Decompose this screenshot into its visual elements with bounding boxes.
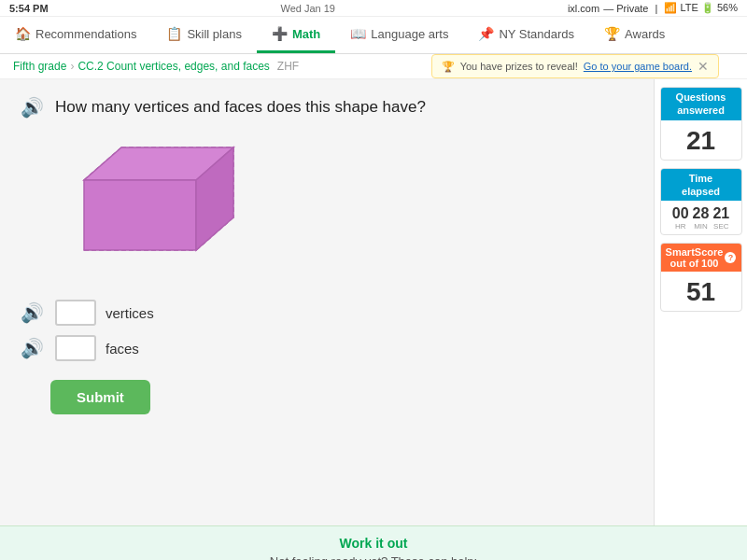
tab-language-arts[interactable]: 📖 Language arts [335, 17, 463, 53]
time-sec-cell: 21 SEC [712, 204, 729, 231]
status-url: ixl.com [568, 3, 599, 14]
question-text: How many vertices and faces does this sh… [55, 98, 426, 117]
question-audio-button[interactable]: 🔊 [19, 94, 46, 120]
faces-input[interactable] [55, 335, 96, 361]
status-privacy: — Private [603, 3, 648, 14]
status-battery: 📶 LTE 🔋 56% [664, 2, 738, 14]
questions-answered-header: Questions answered [661, 88, 741, 120]
prize-link[interactable]: Go to your game board. [584, 61, 692, 72]
time-min-value: 28 [693, 204, 710, 222]
status-bar: 5:54 PM Wed Jan 19 ixl.com — Private | 📶… [0, 0, 747, 17]
work-it-out-title: Work it out [19, 536, 728, 551]
skill-plans-icon: 📋 [166, 26, 182, 41]
breadcrumb-sep: › [70, 60, 74, 73]
not-ready-text: Not feeling ready yet? These can help: [19, 554, 728, 560]
breadcrumb-skill[interactable]: CC.2 Count vertices, edges, and faces [78, 60, 269, 73]
shape-container [47, 133, 635, 283]
time-sec-value: 21 [712, 204, 729, 222]
tab-math[interactable]: ➕ Math [257, 17, 335, 53]
smart-score-header: SmartScore out of 100 ? [661, 244, 741, 272]
smart-score-value: 51 [661, 272, 741, 311]
prize-banner: 🏆 You have prizes to reveal! Go to your … [431, 54, 719, 78]
content-area: 🔊 How many vertices and faces does this … [0, 79, 654, 525]
tab-recommendations[interactable]: 🏠 Recommendations [0, 17, 151, 53]
math-icon: ➕ [272, 26, 288, 41]
breadcrumb: Fifth grade › CC.2 Count vertices, edges… [0, 54, 747, 79]
smart-score-label: SmartScore out of 100 [666, 246, 724, 269]
prize-text: You have prizes to reveal! [460, 61, 578, 72]
vertices-answer-row: 🔊 vertices [19, 300, 635, 326]
time-elapsed-card: Time elapsed 00 HR 28 MIN 21 SEC [660, 168, 742, 236]
smart-score-card: SmartScore out of 100 ? 51 [660, 243, 742, 312]
time-hr-label: HR [672, 222, 689, 231]
status-day: Wed Jan 19 [280, 3, 335, 14]
vertices-label: vertices [106, 305, 154, 321]
top-nav: 🏠 Recommendations 📋 Skill plans ➕ Math 📖… [0, 17, 747, 54]
bottom-section: Work it out Not feeling ready yet? These… [0, 525, 747, 560]
question-row: 🔊 How many vertices and faces does this … [19, 94, 635, 120]
smart-score-info-icon[interactable]: ? [725, 252, 736, 263]
time-elapsed-header: Time elapsed [661, 169, 741, 202]
faces-answer-row: 🔊 faces [19, 335, 635, 361]
3d-box-shape [47, 133, 261, 283]
questions-answered-card: Questions answered 21 [660, 87, 742, 161]
submit-button[interactable]: Submit [50, 380, 150, 414]
time-hr-value: 00 [672, 204, 689, 222]
prize-close-button[interactable]: ✕ [698, 59, 709, 74]
time-min-cell: 28 MIN [693, 204, 710, 231]
status-time: 5:54 PM [9, 3, 49, 14]
time-hr-cell: 00 HR [672, 204, 689, 231]
trophy-icon: 🏆 [442, 61, 455, 73]
tab-skill-plans[interactable]: 📋 Skill plans [151, 17, 257, 53]
faces-audio-button[interactable]: 🔊 [19, 335, 46, 361]
time-sec-label: SEC [712, 222, 729, 231]
recommendations-icon: 🏠 [15, 26, 31, 41]
questions-answered-value: 21 [661, 120, 741, 160]
tab-awards[interactable]: 🏆 Awards [589, 17, 680, 53]
tab-ny-standards[interactable]: 📌 NY Standards [463, 17, 589, 53]
time-min-label: MIN [693, 222, 710, 231]
vertices-audio-button[interactable]: 🔊 [19, 300, 46, 326]
svg-marker-6 [84, 180, 196, 250]
ny-standards-icon: 📌 [478, 26, 494, 41]
breadcrumb-code: ZHF [277, 60, 299, 73]
status-right: ixl.com — Private | 📶 LTE 🔋 56% [568, 2, 738, 14]
sidebar: Questions answered 21 Time elapsed 00 HR… [654, 79, 747, 525]
awards-icon: 🏆 [604, 26, 620, 41]
breadcrumb-grade[interactable]: Fifth grade [13, 60, 66, 73]
language-arts-icon: 📖 [350, 26, 366, 41]
faces-label: faces [106, 341, 139, 357]
vertices-input[interactable] [55, 300, 96, 326]
main-layout: 🔊 How many vertices and faces does this … [0, 79, 747, 525]
time-row: 00 HR 28 MIN 21 SEC [661, 201, 741, 234]
